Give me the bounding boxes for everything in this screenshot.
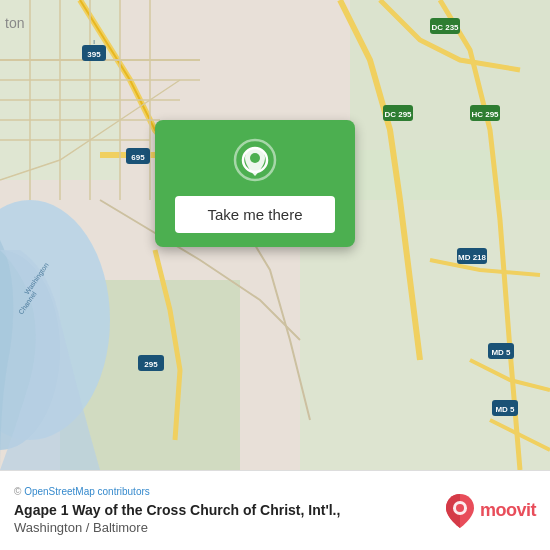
map-pin-icon (233, 138, 277, 182)
svg-text:HC 295: HC 295 (471, 110, 499, 119)
svg-text:MD 5: MD 5 (495, 405, 515, 414)
copyright-text: © OpenStreetMap contributors (14, 486, 432, 497)
location-name: Agape 1 Way of the Cross Church of Chris… (14, 501, 432, 519)
svg-text:ton: ton (5, 15, 24, 31)
moovit-pin-icon (444, 492, 476, 530)
svg-text:DC 295: DC 295 (384, 110, 412, 119)
bottom-left-info: © OpenStreetMap contributors Agape 1 Way… (14, 486, 432, 534)
bottom-bar: © OpenStreetMap contributors Agape 1 Way… (0, 470, 550, 550)
svg-text:395: 395 (87, 50, 101, 59)
svg-text:695: 695 (131, 153, 145, 162)
svg-point-41 (250, 153, 260, 163)
moovit-logo: moovit (444, 492, 536, 530)
svg-text:DC 235: DC 235 (431, 23, 459, 32)
map-container: Washington Channel (0, 0, 550, 470)
osm-link[interactable]: OpenStreetMap contributors (24, 486, 150, 497)
svg-point-43 (456, 504, 464, 512)
take-me-there-button[interactable]: Take me there (175, 196, 335, 233)
svg-text:295: 295 (144, 360, 158, 369)
moovit-brand-text: moovit (480, 500, 536, 521)
svg-text:MD 218: MD 218 (458, 253, 487, 262)
location-region: Washington / Baltimore (14, 520, 432, 535)
svg-text:MD 5: MD 5 (491, 348, 511, 357)
location-card: Take me there (155, 120, 355, 247)
